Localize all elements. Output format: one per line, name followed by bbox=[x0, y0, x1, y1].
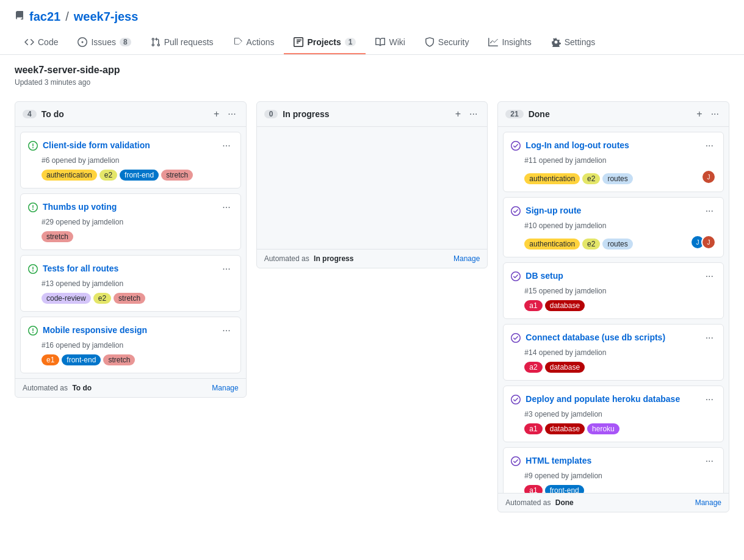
tab-pull-requests[interactable]: Pull requests bbox=[141, 31, 223, 54]
card-menu-todo-4[interactable]: ··· bbox=[220, 325, 233, 337]
card-menu-done-2[interactable]: ··· bbox=[703, 205, 716, 217]
card-title-todo-1[interactable]: Client-side form validation bbox=[43, 140, 215, 152]
card-meta-done-5: #3 opened by jamdelion bbox=[524, 410, 716, 418]
card-done-4: Connect database (use db scripts) ··· #1… bbox=[503, 324, 724, 381]
tab-insights[interactable]: Insights bbox=[479, 31, 541, 54]
avatar-group-d1: J bbox=[705, 170, 716, 184]
card-done-3: DB setup ··· #15 opened by jamdelion a1 … bbox=[503, 262, 724, 319]
card-labels-todo-4: e1 front-end stretch bbox=[42, 354, 233, 365]
tab-actions[interactable]: Actions bbox=[223, 31, 284, 54]
card-meta-todo-1: #6 opened by jamdelion bbox=[42, 156, 233, 165]
done-icon-3 bbox=[511, 271, 521, 283]
column-add-inprogress[interactable]: + bbox=[453, 108, 463, 120]
column-count-done: 21 bbox=[505, 110, 523, 118]
card-menu-todo-1[interactable]: ··· bbox=[220, 140, 233, 152]
label-front-end-4: front-end bbox=[62, 354, 101, 365]
column-cards-inprogress bbox=[257, 127, 488, 249]
label-heroku-d5: heroku bbox=[587, 423, 619, 434]
tab-projects-badge: 1 bbox=[345, 38, 356, 46]
card-meta-done-4: #14 opened by jamdelion bbox=[524, 348, 716, 357]
card-menu-todo-3[interactable]: ··· bbox=[220, 263, 233, 275]
avatar-group-d2: J J bbox=[694, 235, 716, 249]
label-database-d3: database bbox=[545, 300, 585, 311]
tab-code[interactable]: Code bbox=[15, 31, 68, 54]
label-stretch-3: stretch bbox=[114, 293, 145, 304]
card-labels-done-3: a1 database bbox=[524, 300, 716, 311]
card-meta-todo-3: #13 opened by jamdelion bbox=[42, 279, 233, 288]
tab-code-label: Code bbox=[38, 37, 58, 47]
tab-actions-label: Actions bbox=[247, 37, 275, 47]
tab-wiki-label: Wiki bbox=[389, 37, 405, 47]
column-add-done[interactable]: + bbox=[694, 108, 704, 120]
done-icon-6 bbox=[511, 456, 521, 468]
column-menu-inprogress[interactable]: ··· bbox=[467, 108, 480, 120]
card-menu-done-4[interactable]: ··· bbox=[703, 332, 716, 344]
column-menu-todo[interactable]: ··· bbox=[225, 108, 238, 120]
column-title-todo: To do bbox=[42, 109, 206, 119]
tab-projects-label: Projects bbox=[307, 37, 341, 47]
column-menu-done[interactable]: ··· bbox=[709, 108, 721, 120]
done-icon-5 bbox=[511, 395, 521, 406]
label-e2: e2 bbox=[99, 170, 117, 181]
tab-wiki[interactable]: Wiki bbox=[366, 31, 414, 54]
card-title-done-4[interactable]: Connect database (use db scripts) bbox=[525, 332, 698, 344]
column-add-todo[interactable]: + bbox=[211, 108, 222, 120]
manage-link-done[interactable]: Manage bbox=[695, 498, 721, 507]
label-front-end-d6: front-end bbox=[545, 485, 584, 493]
tab-insights-label: Insights bbox=[502, 37, 531, 47]
label-auth-d2: authentication bbox=[524, 239, 580, 249]
card-labels-done-1: authentication e2 routes bbox=[524, 173, 632, 184]
card-menu-done-6[interactable]: ··· bbox=[703, 455, 716, 467]
tab-pr-label: Pull requests bbox=[164, 37, 214, 47]
automated-label-done: Automated as Done bbox=[505, 498, 573, 507]
label-a2-d4: a2 bbox=[524, 362, 542, 373]
board: 4 To do + ··· Client-side form validatio… bbox=[0, 92, 744, 529]
card-title-todo-3[interactable]: Tests for all routes bbox=[43, 263, 215, 275]
column-cards-done: Log-In and log-out routes ··· #11 opened… bbox=[498, 127, 729, 493]
tab-projects[interactable]: Projects 1 bbox=[284, 31, 366, 54]
card-title-done-5[interactable]: Deploy and populate heroku database bbox=[525, 393, 698, 406]
card-menu-done-5[interactable]: ··· bbox=[703, 393, 716, 406]
repo-org[interactable]: fac21 bbox=[29, 10, 60, 24]
repo-name[interactable]: week7-jess bbox=[74, 10, 139, 24]
card-meta-done-3: #15 opened by jamdelion bbox=[524, 287, 716, 295]
card-labels-todo-2: stretch bbox=[42, 231, 233, 242]
card-labels-done-6: a1 front-end bbox=[524, 485, 716, 493]
card-title-done-2[interactable]: Sign-up route bbox=[525, 205, 698, 217]
card-title-done-1[interactable]: Log-In and log-out routes bbox=[525, 140, 698, 152]
tab-issues[interactable]: Issues 8 bbox=[68, 31, 140, 54]
card-menu-done-1[interactable]: ··· bbox=[703, 140, 716, 152]
card-todo-2: Thumbs up voting ··· #29 opened by jamde… bbox=[20, 193, 241, 250]
label-database-d5: database bbox=[545, 423, 585, 434]
card-title-done-3[interactable]: DB setup bbox=[525, 270, 698, 282]
label-front-end: front-end bbox=[120, 170, 159, 181]
avatar-d2b: J bbox=[701, 235, 716, 249]
card-labels-done-2: authentication e2 routes bbox=[524, 239, 632, 249]
card-title-done-6[interactable]: HTML templates bbox=[525, 455, 698, 467]
card-menu-todo-2[interactable]: ··· bbox=[220, 201, 233, 214]
tab-settings-label: Settings bbox=[565, 37, 596, 47]
column-header-done: 21 Done + ··· bbox=[498, 102, 729, 127]
label-stretch-2: stretch bbox=[42, 231, 73, 242]
column-todo: 4 To do + ··· Client-side form validatio… bbox=[15, 101, 247, 398]
manage-link-todo[interactable]: Manage bbox=[212, 384, 238, 392]
card-menu-done-3[interactable]: ··· bbox=[703, 270, 716, 282]
card-title-todo-2[interactable]: Thumbs up voting bbox=[43, 201, 215, 214]
label-a1-d6: a1 bbox=[524, 485, 542, 493]
automated-label-todo: Automated as To do bbox=[23, 384, 92, 392]
tab-security[interactable]: Security bbox=[415, 31, 479, 54]
manage-link-inprogress[interactable]: Manage bbox=[453, 254, 480, 263]
column-header-todo: 4 To do + ··· bbox=[15, 102, 246, 127]
card-labels-done-4: a2 database bbox=[524, 362, 716, 373]
label-stretch-4: stretch bbox=[103, 354, 135, 365]
column-count-inprogress: 0 bbox=[264, 110, 278, 118]
label-authentication: authentication bbox=[42, 170, 97, 181]
tab-issues-badge: 8 bbox=[120, 38, 131, 46]
tab-security-label: Security bbox=[438, 37, 469, 47]
column-inprogress: 0 In progress + ··· Automated as In prog… bbox=[256, 101, 488, 268]
card-title-todo-4[interactable]: Mobile responsive design bbox=[43, 325, 215, 337]
card-todo-4: Mobile responsive design ··· #16 opened … bbox=[20, 317, 241, 373]
label-e2-d2: e2 bbox=[582, 239, 600, 249]
card-meta-done-2: #10 opened by jamdelion bbox=[524, 221, 716, 230]
tab-settings[interactable]: Settings bbox=[541, 31, 605, 54]
